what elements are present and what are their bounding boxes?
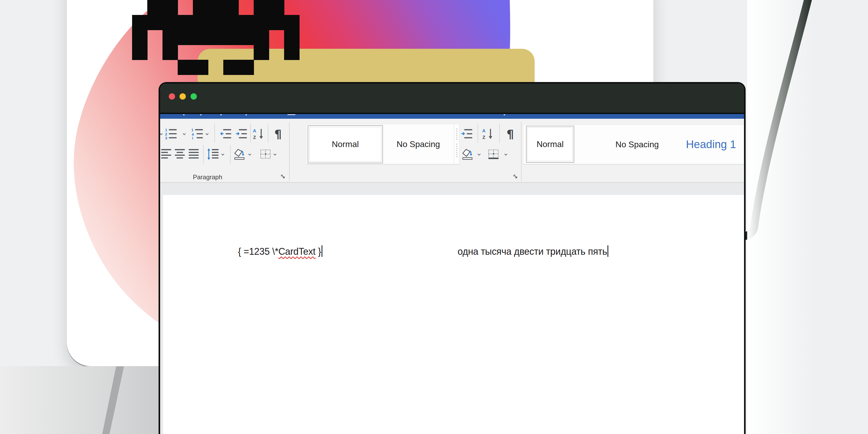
text-cursor: [321, 245, 322, 257]
svg-text:1: 1: [165, 128, 167, 132]
svg-text:A: A: [253, 128, 256, 133]
text-cursor: [608, 245, 608, 257]
field-result-paragraph[interactable]: одна тысяча двести тридцать пять: [458, 245, 608, 258]
floor-shadow: [0, 366, 160, 434]
separator: [250, 123, 251, 143]
scene: 123 1ai AZ ¶ Paragraph Normal: [0, 0, 868, 434]
svg-text:Z: Z: [253, 135, 256, 140]
numbered-list-icon[interactable]: 123: [165, 128, 177, 140]
multilevel-list-chevron-icon[interactable]: [205, 132, 209, 136]
svg-text:2: 2: [165, 132, 167, 136]
traffic-light-zoom-button[interactable]: [190, 93, 197, 100]
dialog-launcher-icon[interactable]: [513, 174, 518, 179]
svg-text:¶: ¶: [506, 128, 514, 140]
align-left-icon[interactable]: [161, 148, 173, 160]
borders-chevron-icon[interactable]: [273, 152, 277, 156]
pilcrow-icon[interactable]: ¶: [273, 128, 285, 140]
separator: [477, 123, 478, 143]
field-code-prefix: { =1235 \*: [238, 246, 278, 257]
styles-gallery-2: Normal No Spacing Heading 1: [523, 124, 744, 164]
svg-text:i: i: [192, 136, 193, 140]
borders-chevron-icon[interactable]: [504, 152, 508, 156]
clipped-text-speck: [287, 114, 296, 115]
svg-text:A: A: [482, 128, 485, 133]
style-no-spacing[interactable]: No Spacing: [383, 125, 454, 163]
numbered-list-chevron-icon[interactable]: [182, 132, 186, 136]
separator: [230, 145, 230, 163]
gallery-scroll-up-icon: [456, 128, 457, 140]
clipped-text-speck: [220, 114, 222, 115]
field-result-text: одна тысяча двести тридцать пять: [458, 246, 607, 257]
dialog-launcher-icon[interactable]: [280, 174, 286, 179]
increase-indent-icon[interactable]: [461, 128, 473, 140]
clipped-text-speck: [246, 114, 247, 115]
traffic-light-close-button[interactable]: [169, 93, 175, 100]
shading-chevron-icon[interactable]: [248, 152, 252, 156]
decrease-indent-icon[interactable]: [220, 128, 232, 140]
paragraph-group-label: Paragraph: [176, 174, 239, 181]
style-normal[interactable]: Normal: [526, 126, 574, 163]
window-titlebar[interactable]: [160, 84, 744, 113]
clipped-text-speck: [504, 114, 505, 115]
document-area[interactable]: [160, 195, 744, 434]
gallery-scroll-down-icon: [456, 144, 457, 157]
line-spacing-icon[interactable]: [207, 148, 219, 160]
field-code-paragraph[interactable]: { =1235 \*CardText }: [238, 245, 322, 258]
clipped-text-speck: [183, 114, 185, 115]
align-center-icon[interactable]: [174, 148, 186, 160]
bullet-list-chevron-icon[interactable]: [159, 132, 163, 136]
svg-text:Z: Z: [483, 135, 485, 140]
clipped-text-speck: [200, 114, 202, 115]
borders-icon[interactable]: [259, 148, 272, 160]
shading-chevron-icon[interactable]: [477, 152, 481, 156]
svg-text:¶: ¶: [274, 128, 282, 140]
sort-icon[interactable]: AZ: [482, 128, 494, 140]
svg-text:3: 3: [165, 136, 167, 140]
sort-icon[interactable]: AZ: [253, 128, 265, 140]
svg-text:1: 1: [191, 128, 193, 132]
separator: [499, 123, 500, 143]
shading-icon[interactable]: [234, 148, 246, 160]
svg-text:a: a: [192, 132, 194, 136]
field-code-word: CardText: [278, 246, 315, 257]
group-separator: [289, 122, 289, 181]
separator: [268, 123, 268, 143]
justify-icon[interactable]: [188, 148, 200, 160]
styles-gallery-1: Normal No Spacing: [306, 124, 459, 164]
traffic-light-minimize-button[interactable]: [180, 93, 186, 100]
line-spacing-chevron-icon[interactable]: [221, 152, 225, 156]
field-code-suffix: }: [315, 246, 321, 257]
style-normal[interactable]: Normal: [308, 125, 383, 163]
word-window: 123 1ai AZ ¶ Paragraph Normal: [159, 82, 746, 434]
shading-icon[interactable]: [462, 148, 474, 160]
group-separator: [521, 122, 522, 181]
increase-indent-icon[interactable]: [235, 128, 247, 140]
style-heading-1[interactable]: Heading 1: [668, 125, 744, 164]
window-glow: [747, 0, 831, 434]
separator: [214, 123, 215, 143]
gallery-scroll-buttons[interactable]: [454, 124, 459, 164]
ribbon-lower-band: [160, 183, 744, 195]
document-left-gutter: [160, 195, 163, 434]
pilcrow-icon[interactable]: ¶: [505, 128, 517, 140]
separator: [203, 145, 204, 163]
multilevel-list-icon[interactable]: 1ai: [191, 128, 204, 140]
borders-icon[interactable]: [488, 148, 499, 160]
